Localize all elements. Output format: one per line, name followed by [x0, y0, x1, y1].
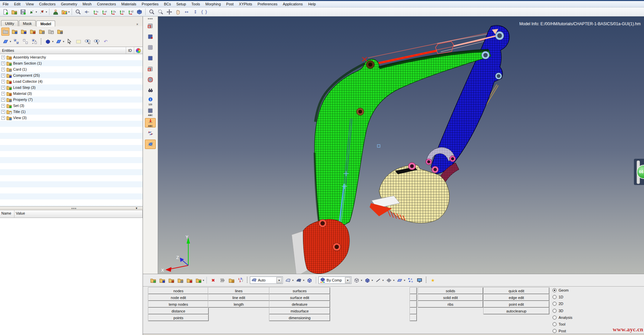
view-back-icon[interactable]: xY	[100, 8, 108, 16]
display-geometry-icon[interactable]	[1, 38, 9, 46]
panel-button-surface-edit[interactable]: surface edit	[269, 294, 330, 301]
view-front-icon[interactable]: Yx	[91, 8, 100, 16]
pan-icon[interactable]	[174, 8, 182, 16]
name-column-header[interactable]: Name	[0, 210, 14, 218]
shaded-elements-icon[interactable]	[145, 53, 156, 63]
menu-tools[interactable]: Tools	[189, 2, 203, 6]
radio-circle-icon[interactable]	[553, 322, 557, 326]
entity-view-icon[interactable]	[10, 28, 18, 36]
topo-display-icon-dropdown[interactable]: ▾	[292, 279, 294, 282]
panel-button-distance[interactable]: distance	[148, 308, 209, 314]
tree-row[interactable]: +View (3)	[0, 115, 143, 121]
display-geom2-icon-dropdown[interactable]: ▾	[63, 40, 64, 43]
value-column-header[interactable]: Value	[14, 210, 143, 218]
user-profiles-icon[interactable]	[51, 8, 60, 16]
import-view-icon[interactable]	[29, 28, 37, 36]
expand-icon[interactable]: +	[1, 55, 5, 59]
import-icon[interactable]	[28, 8, 36, 16]
find-icon[interactable]	[145, 86, 156, 95]
import-icon-dropdown[interactable]: ▾	[36, 10, 37, 13]
property-view-icon[interactable]	[38, 28, 46, 36]
delete-icon[interactable]: ✖	[209, 276, 217, 284]
radio-circle-icon[interactable]	[553, 315, 557, 320]
expand-icon[interactable]: +	[1, 80, 5, 83]
radio-circle-icon[interactable]	[553, 288, 557, 292]
card-edit-icon[interactable]	[218, 276, 226, 284]
angle-view-icon[interactable]: { }	[200, 8, 208, 16]
menu-applications[interactable]: Applications	[280, 2, 305, 6]
menu-help[interactable]: Help	[305, 2, 318, 6]
load-labels-icon[interactable]: ABC	[145, 118, 156, 127]
tree-row[interactable]: +Load Step (3)	[0, 84, 143, 90]
expand-icon[interactable]: +	[1, 86, 5, 89]
panel-button-edge-edit[interactable]: edge edit	[484, 294, 549, 301]
monitor-icon[interactable]	[415, 276, 423, 284]
solid-style-icon-dropdown[interactable]: ▾	[372, 279, 373, 282]
renumber-icon[interactable]: 123	[236, 276, 244, 284]
rotate-vertical-icon[interactable]: ↕	[191, 8, 199, 16]
panel-button-solid-edit[interactable]: solid edit	[418, 294, 483, 301]
tab-mask[interactable]: Mask	[19, 20, 36, 26]
panel-button-quick-edit[interactable]: quick edit	[484, 288, 549, 294]
entities-column-header[interactable]: Entities	[0, 47, 126, 54]
view-right-icon[interactable]: ZY	[118, 8, 126, 16]
view-left-icon[interactable]: Zx	[109, 8, 117, 16]
show-hide-icon[interactable]: +/-	[83, 38, 91, 46]
organize-icon[interactable]	[227, 276, 235, 284]
expand-icon[interactable]: +	[1, 104, 5, 108]
model-view-icon[interactable]	[1, 28, 9, 36]
systems-icon[interactable]	[145, 129, 156, 138]
display-elements-icon[interactable]	[44, 38, 52, 46]
component-collector-icon[interactable]	[149, 276, 157, 284]
tree-row[interactable]: +Load Collector (4)	[0, 78, 143, 84]
shaded-geometry-icon[interactable]	[145, 32, 156, 41]
panel-close-icon[interactable]: ×	[135, 23, 139, 26]
radio-geom[interactable]: Geom	[553, 288, 569, 292]
tree-row[interactable]: +Property (7)	[0, 97, 143, 103]
radio-3d[interactable]: 3D	[553, 309, 563, 313]
display-geometry-icon-dropdown[interactable]: ▾	[10, 40, 11, 43]
view-iso-icon[interactable]	[135, 8, 143, 16]
panel-splitter[interactable]: ■■■ ▼	[0, 207, 143, 210]
tree-row[interactable]: +Title (1)	[0, 109, 143, 115]
model-canvas[interactable]: Y X Z	[158, 16, 644, 274]
expand-icon[interactable]: +	[1, 116, 5, 120]
recenter-icon[interactable]	[165, 8, 173, 16]
menu-morphing[interactable]: Morphing	[203, 2, 224, 6]
facet-style-icon[interactable]	[385, 276, 393, 284]
tree-row[interactable]: +Card (1)	[0, 66, 143, 72]
tree-row[interactable]: +Component (25)	[0, 72, 143, 78]
radio-2d[interactable]: 2D	[553, 302, 563, 306]
panel-button-nodes[interactable]: nodes	[148, 288, 209, 294]
isolate-icon[interactable]: 1	[92, 38, 101, 46]
previous-view-icon[interactable]	[83, 8, 91, 16]
color-mode-combo-dropdown-icon[interactable]: ▾	[345, 277, 350, 283]
pointer-icon[interactable]	[65, 38, 73, 46]
splitter-grip-icon[interactable]: ■■■	[71, 207, 77, 210]
spherical-clip-icon[interactable]	[145, 75, 156, 84]
expand-icon[interactable]: +	[1, 68, 5, 71]
expand-icon[interactable]: +	[1, 110, 5, 114]
line-style-icon[interactable]	[374, 276, 382, 284]
panel-button-dimensioning[interactable]: dimensioning	[269, 314, 330, 321]
rotate-horizontal-icon[interactable]: ↔	[183, 8, 191, 16]
panel-button-line-edit[interactable]: line edit	[208, 294, 269, 301]
material-collector-icon[interactable]	[167, 276, 175, 284]
new-session-icon[interactable]	[1, 8, 9, 16]
open-recent-icon-dropdown[interactable]: ▾	[68, 10, 70, 13]
geometry-collector-icon[interactable]	[158, 276, 166, 284]
collapse-arrow-icon[interactable]: ▼	[135, 207, 138, 210]
numbers-icon[interactable]: i123	[145, 97, 156, 106]
load-collector-icon[interactable]	[185, 276, 193, 284]
solid-style-icon[interactable]	[363, 276, 371, 284]
panel-button-defeature[interactable]: defeature	[269, 301, 330, 307]
radio-circle-icon[interactable]	[553, 329, 557, 333]
menu-properties[interactable]: Properties	[139, 2, 161, 6]
radio-tool[interactable]: Tool	[553, 322, 565, 326]
color-wheel-icon[interactable]	[136, 48, 141, 53]
panel-button-midsurface[interactable]: midsurface	[269, 308, 330, 314]
expand-icon[interactable]: +	[1, 74, 5, 77]
shaded-style-icon-dropdown[interactable]: ▾	[404, 279, 405, 282]
view-top-icon[interactable]: YZ	[126, 8, 135, 16]
beamsection-view-icon[interactable]	[56, 28, 64, 36]
